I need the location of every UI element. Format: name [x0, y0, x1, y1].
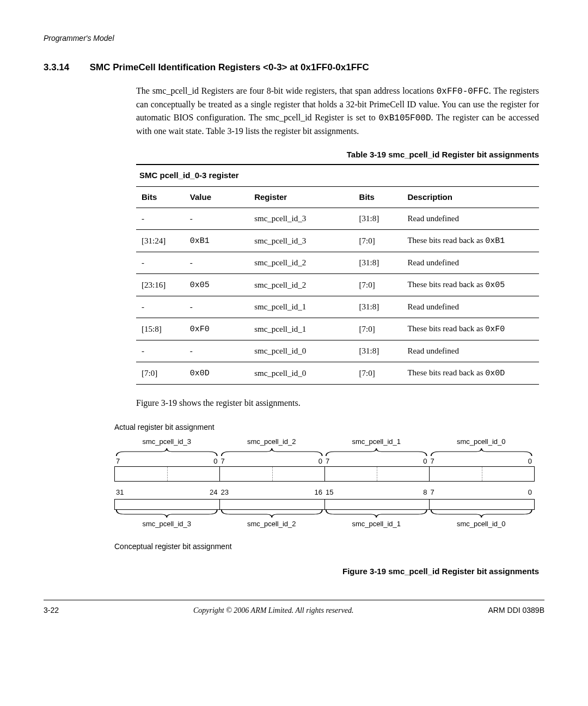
diagram-name: smc_pcell_id_2 [219, 519, 324, 530]
diagram-top-names: smc_pcell_id_3 smc_pcell_id_2 smc_pcell_… [114, 436, 534, 447]
bit-range: 70 [429, 456, 534, 467]
brace-icon [219, 447, 324, 456]
th-bits-a: Bits [136, 186, 185, 208]
cell-desc: Read undefined [402, 208, 539, 230]
bit-num: 24 [210, 487, 217, 498]
box-divider [482, 467, 482, 481]
bit-num: 15 [326, 487, 333, 498]
cell-register: smc_pcell_id_0 [249, 340, 353, 362]
cell-bits_b: [7:0] [354, 273, 402, 296]
table-row: --smc_pcell_id_2[31:8]Read undefined [136, 252, 539, 274]
bit-num: 31 [116, 487, 124, 498]
bit-num: 16 [315, 487, 322, 498]
bit-num: 0 [528, 487, 532, 498]
cell-bits_a: [7:0] [136, 362, 185, 384]
cell-bits_b: [31:8] [354, 252, 402, 274]
bit-range: 70 [324, 456, 429, 467]
section-title: SMC PrimeCell Identification Registers <… [90, 62, 369, 72]
code-span: 0xB105F00D [378, 113, 431, 123]
code-span: 0xFF0-0FFC [437, 87, 489, 96]
box-divider [167, 467, 168, 481]
bit-range: 2316 [219, 487, 324, 498]
box-divider [272, 467, 273, 481]
footer-copyright: Copyright © 2006 ARM Limited. All rights… [59, 605, 488, 616]
cell-value: 0xB1 [185, 229, 249, 252]
diagram-bottom-names: smc_pcell_id_3 smc_pcell_id_2 smc_pcell_… [114, 519, 534, 530]
bit-num: 7 [116, 456, 120, 467]
table-row: [7:0]0x0Dsmc_pcell_id_0[7:0]These bits r… [136, 362, 539, 384]
cell-bits_a: [23:16] [136, 273, 185, 296]
diagram-conceptual-box [114, 499, 535, 510]
diagram-top-braces [114, 447, 534, 456]
diagram-bottom-braces [114, 510, 534, 519]
table-row: [31:24]0xB1smc_pcell_id_3[7:0]These bits… [136, 229, 539, 252]
table-inner: Bits Value Register Bits Description --s… [136, 186, 539, 385]
cell-bits_b: [31:8] [354, 296, 402, 318]
diagram-name: smc_pcell_id_1 [324, 436, 429, 447]
bit-range: 158 [324, 487, 429, 498]
cell-register: smc_pcell_id_3 [249, 229, 353, 252]
reg-box [220, 467, 325, 481]
diagram-name: smc_pcell_id_0 [429, 519, 534, 530]
reg-box [430, 467, 534, 481]
bit-range: 70 [114, 456, 219, 467]
cell-value: 0x0D [185, 362, 249, 384]
cell-value: - [185, 252, 249, 274]
th-value: Value [185, 186, 249, 208]
cell-bits_a: - [136, 296, 185, 318]
cell-desc: Read undefined [402, 340, 539, 362]
bit-num: 7 [326, 456, 329, 467]
table-row: [23:16]0x05smc_pcell_id_2[7:0]These bits… [136, 273, 539, 296]
cell-bits_b: [7:0] [354, 318, 402, 340]
diagram-name: smc_pcell_id_2 [219, 436, 324, 447]
reg-box [325, 467, 430, 481]
footer-page-number: 3-22 [44, 605, 59, 616]
cell-desc: These bits read back as 0x05 [402, 273, 539, 296]
cell-bits_a: [31:24] [136, 229, 185, 252]
table-title: SMC pcell_id_0-3 register [136, 165, 539, 186]
diagram-bottom-label: Conceptual register bit assignment [114, 541, 544, 552]
diagram-name: smc_pcell_id_3 [114, 519, 219, 530]
bit-range: 70 [219, 456, 324, 467]
cell-bits_b: [7:0] [354, 229, 402, 252]
table-row: --smc_pcell_id_3[31:8]Read undefined [136, 208, 539, 230]
brace-icon [429, 447, 534, 456]
bit-range: 70 [429, 487, 534, 498]
cell-value: - [185, 340, 249, 362]
bit-num: 7 [431, 487, 434, 498]
cell-value: 0xF0 [185, 318, 249, 340]
bit-num: 23 [221, 487, 229, 498]
th-bits-b: Bits [354, 186, 402, 208]
cell-register: smc_pcell_id_2 [249, 252, 353, 274]
reg-box [430, 500, 534, 509]
bit-num: 7 [431, 456, 434, 467]
bit-diagram: smc_pcell_id_3 smc_pcell_id_2 smc_pcell_… [114, 436, 534, 529]
reg-box [220, 500, 325, 509]
table-row: [15:8]0xF0smc_pcell_id_1[7:0]These bits … [136, 318, 539, 340]
cell-bits_a: - [136, 208, 185, 230]
bit-num: 0 [213, 456, 217, 467]
cell-register: smc_pcell_id_1 [249, 318, 353, 340]
cell-desc: Read undefined [402, 296, 539, 318]
bit-num: 0 [528, 456, 532, 467]
cell-desc: These bits read back as 0xB1 [402, 229, 539, 252]
cell-desc: Read undefined [402, 252, 539, 274]
brace-icon [114, 510, 219, 519]
page-footer: 3-22 Copyright © 2006 ARM Limited. All r… [44, 600, 544, 616]
cell-desc: These bits read back as 0x0D [402, 362, 539, 384]
diagram-actual-boxes [114, 466, 535, 482]
cell-bits_a: - [136, 340, 185, 362]
cell-bits_a: - [136, 252, 185, 274]
bit-num: 0 [318, 456, 322, 467]
diagram-bottom-bits: 3124 2316 158 70 [114, 487, 534, 498]
brace-icon [324, 447, 429, 456]
diagram-name: smc_pcell_id_0 [429, 436, 534, 447]
box-divider [377, 467, 377, 481]
table-row: --smc_pcell_id_1[31:8]Read undefined [136, 296, 539, 318]
figure-caption: Figure 3-19 smc_pcell_id Register bit as… [136, 565, 539, 578]
running-head: Programmer's Model [44, 33, 544, 44]
cell-register: smc_pcell_id_2 [249, 273, 353, 296]
diagram-name: smc_pcell_id_3 [114, 436, 219, 447]
brace-icon [219, 510, 324, 519]
cell-desc: These bits read back as 0xF0 [402, 318, 539, 340]
